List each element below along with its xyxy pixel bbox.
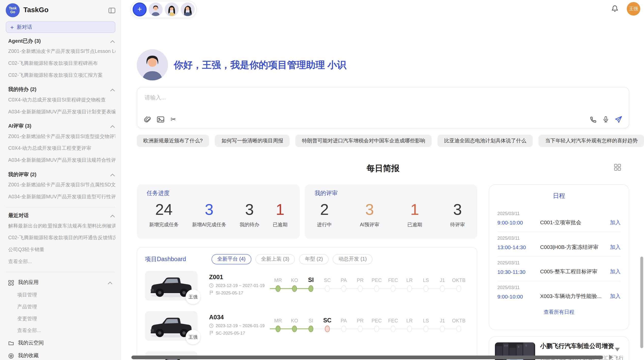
milestone-dot: [423, 285, 428, 292]
suggestion-chip[interactable]: 当下年轻人对汽车外观有怎样的喜好趋势: [539, 135, 644, 147]
join-meeting-link[interactable]: 加入: [610, 244, 621, 251]
stat-value: 3: [450, 200, 465, 220]
milestone-dot: [292, 285, 297, 292]
layout-grid-icon[interactable]: [614, 164, 621, 171]
sidebar-list-item[interactable]: C0X4-动力总成开发项目SI里程碑提交物检查: [6, 94, 115, 106]
owner-badge: 王强: [186, 289, 200, 304]
suggestion-chip[interactable]: 比亚迪全固态电池计划具体说了什么: [437, 135, 533, 147]
join-meeting-link[interactable]: 加入: [610, 219, 621, 226]
stat-column: 24 新增完成任务: [149, 200, 179, 229]
sidebar-list-item[interactable]: A034-全新新能源MUV产品开发项目计划变更表编写: [6, 106, 115, 118]
project-code: A034: [209, 314, 270, 321]
recent-view-all[interactable]: 查看全部...: [6, 256, 115, 268]
stat-label: 我的待办: [240, 221, 259, 228]
sidebar-list-item[interactable]: 项目管理: [17, 289, 115, 301]
sidebar-list-item[interactable]: Z001-全新燃油轻卡产品开发项目SI节点属性5D文件评审: [6, 179, 115, 191]
section-header[interactable]: AI评审 (3): [6, 123, 115, 130]
sidebar-item-cloud-space[interactable]: 我的云空间: [6, 337, 115, 349]
sidebar-list-item[interactable]: C02-飞腾新能源轻客改款项目里程碑画布: [6, 57, 115, 69]
sidebar-list-item[interactable]: Z001-全新燃油轻卡产品开发项目SI造型提交物评审: [6, 131, 115, 143]
message-input[interactable]: [137, 87, 629, 116]
schedule-time: 9:00-10:00: [497, 219, 540, 226]
scissors-icon[interactable]: ✂: [170, 116, 176, 123]
vertical-scrollbar[interactable]: [640, 257, 643, 348]
scroll-down-arrow[interactable]: [615, 348, 620, 352]
sidebar-list-item[interactable]: A034-全新新能源MUV产品开发项目法规符合性评审: [6, 154, 115, 166]
stat-value: 1: [407, 200, 422, 220]
recent-section-header[interactable]: 最近对话: [6, 212, 115, 219]
attachment-icon[interactable]: [144, 116, 151, 123]
schedule-time: 13:00-14:30: [497, 244, 540, 250]
suggestion-chip[interactable]: 欧洲新规最近颁布了什么?: [137, 135, 209, 147]
sidebar-item-favorites[interactable]: 我的收藏: [6, 349, 115, 360]
chevron-up-icon: [110, 124, 115, 128]
stat-label: 已逾期: [407, 221, 422, 228]
milestone-label: SI: [303, 277, 319, 283]
main-area: + 王强: [121, 0, 644, 360]
section-header[interactable]: 我的评审 (2): [6, 171, 115, 178]
flag-icon: [209, 331, 214, 335]
phone-call-icon[interactable]: [590, 116, 597, 123]
join-meeting-link[interactable]: 加入: [610, 293, 621, 300]
milestone-label: FEC: [385, 318, 401, 324]
stat-value: 3: [360, 200, 379, 220]
chevron-up-icon: [110, 39, 115, 43]
milestone-label: KO: [286, 318, 303, 324]
send-icon[interactable]: [615, 116, 622, 123]
dashboard-filter-pill[interactable]: 全新上装 (3): [255, 254, 295, 264]
sidebar-list-item[interactable]: C02-飞腾新能源轻客改款项目立项汇报方案: [6, 69, 115, 81]
milestone-label: MR: [270, 318, 286, 324]
dashboard-filter-pill[interactable]: 年型 (2): [299, 254, 329, 264]
sidebar-list-item[interactable]: Z001-全新燃油皮卡产品开发项目SI节点Lesson Learn报告: [6, 46, 115, 57]
project-car-image: 王强: [145, 271, 198, 301]
sidebar-list-item[interactable]: C0X4-动力总成开发项目工程变更评审: [6, 142, 115, 154]
project-milestone-date: SC-2025-05-17: [216, 331, 245, 335]
sidebar-list-item[interactable]: C02-飞腾新能源轻客改款项目的闭环通告反馈情况: [6, 232, 115, 244]
task-progress-card: 任务进度 24 新增完成任务 3 新增AI完成任务 3 我的待办 1 已逾期: [137, 184, 300, 239]
project-row[interactable]: 王强 Z001 2023-12-19 ~ 2027-01-19 SI-2025-…: [145, 271, 469, 301]
image-upload-icon[interactable]: [157, 116, 164, 123]
stat-value: 1: [273, 200, 287, 220]
schedule-title: 日程: [497, 192, 621, 200]
new-chat-button[interactable]: + 新对话: [6, 21, 115, 33]
sidebar-list-item[interactable]: 公司Q3轻卡销量: [6, 244, 115, 256]
stat-column: 3 AI预评审: [360, 200, 379, 229]
schedule-view-all[interactable]: 查看所有日程: [497, 309, 621, 316]
scroll-right-arrow[interactable]: [609, 355, 613, 359]
stat-label: 进行中: [317, 221, 332, 228]
plus-icon: +: [10, 24, 14, 30]
project-date-range: 2023-12-19 ~ 2026-01-19: [216, 323, 265, 328]
suggestion-chip[interactable]: 如何写一份清晰的项目周报: [215, 135, 290, 147]
project-row[interactable]: 王强 A034 2023-12-19 ~ 2026-01-19 SC-2025-…: [145, 311, 469, 341]
milestone-dot: [374, 285, 379, 292]
join-meeting-link[interactable]: 加入: [610, 268, 621, 275]
suggestion-chips: 欧洲新规最近颁布了什么? 如何写一份清晰的项目周报 特朗普可能对进口汽车增税会对…: [137, 135, 629, 147]
sidebar-list-item[interactable]: A034-全新新能源MUV产品开发项目造型可行性评审: [6, 191, 115, 203]
stat-column: 1 已逾期: [407, 200, 422, 229]
schedule-item: 2025/03/11 13:00-14:30 C003|H0B-方案冻结评审 加…: [497, 232, 621, 256]
stat-label: 新增完成任务: [149, 221, 179, 228]
milestone-label: PEC: [368, 278, 385, 283]
stat-column: 1 已逾期: [273, 200, 287, 229]
sidebar-item-my-apps[interactable]: 我的应用: [6, 276, 115, 289]
suggestion-chip[interactable]: 特朗普可能对进口汽车增税会对中国车企造成哪些影响: [296, 135, 432, 147]
divider: [6, 207, 115, 207]
milestone-label: LR: [401, 278, 418, 283]
divider: [6, 272, 115, 272]
section-header[interactable]: 我的待办 (2): [6, 86, 115, 93]
stat-label: 待评审: [450, 221, 465, 228]
horizontal-scrollbar[interactable]: [131, 355, 603, 359]
dashboard-filter-pill[interactable]: 全新平台 (4): [212, 254, 251, 264]
milestone-dot: [325, 285, 330, 292]
milestone-dot: [423, 326, 428, 332]
project-code: Z001: [209, 273, 270, 280]
apps-view-all[interactable]: 查看全部...: [17, 325, 115, 337]
dashboard-filter-pill[interactable]: 动总开发 (1): [333, 254, 372, 264]
microphone-icon[interactable]: [603, 116, 609, 123]
milestone-dot: [276, 285, 281, 292]
sidebar-list-item[interactable]: 变更管理: [17, 313, 115, 325]
sidebar-list-item[interactable]: 产品管理: [17, 301, 115, 313]
sidebar-list-item[interactable]: 解释最新出台的欧盟报废车法规再生塑料比例被调至15%...: [6, 220, 115, 232]
collapse-sidebar-icon[interactable]: [108, 7, 115, 13]
section-header[interactable]: Agent已办 (3): [6, 38, 115, 45]
